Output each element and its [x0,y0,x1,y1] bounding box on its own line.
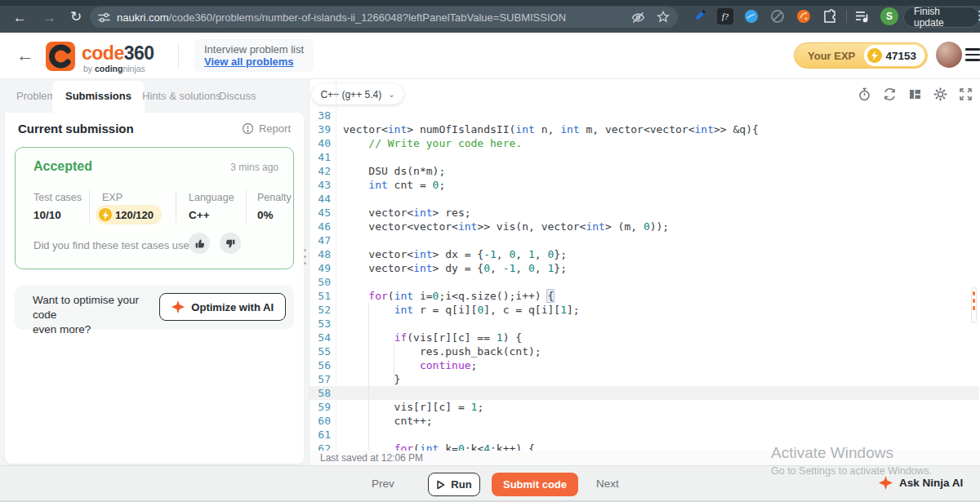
code-line[interactable]: 51 for(int i=0;i<q.size();i++) { [310,289,979,303]
play-icon [436,480,445,490]
indent-guide [368,303,369,455]
code-line[interactable]: 45 vector<int> res; [310,206,979,220]
code-line[interactable]: 41 [310,150,979,164]
problem-list-box: Interview problem list View all problems [194,39,314,72]
orange-extension-icon[interactable] [795,8,812,24]
tab-submissions[interactable]: Submissions [52,81,145,113]
blue-extension-icon[interactable] [743,8,760,24]
penalty-value: 0% [257,209,274,221]
tab-hints-solutions[interactable]: Hints & solutions [142,90,221,102]
test-cases-value: 10/10 [33,209,61,221]
tab-problem[interactable]: Problem [16,90,56,102]
browser-menu-icon[interactable]: ⋮ [973,8,980,23]
col-divider [176,190,176,223]
code-line[interactable]: 40 // Write your code here. [310,136,979,150]
thumbs-down-button[interactable] [220,233,241,254]
sparkle-icon [172,300,185,313]
problem-list-title: Interview problem list [204,43,304,56]
browser-forward-icon[interactable]: → [42,11,56,24]
code-line[interactable]: 53 [310,317,979,331]
ask-ninja-ai-button[interactable]: Ask Ninja AI [879,476,963,490]
codingninjas-logo-icon[interactable] [46,42,75,71]
optimize-text: Want to optimise your codeeven more? [33,293,163,337]
timer-icon[interactable] [858,87,871,101]
hamburger-menu-icon[interactable] [965,48,980,64]
browser-reload-icon[interactable]: ↻ [70,10,82,24]
eye-off-icon[interactable] [631,11,645,24]
code-line[interactable]: 56 continue; [310,358,979,372]
penalty-label: Penalty [257,192,292,203]
code-line[interactable]: 55 res.push_back(cnt); [310,344,979,358]
editor-toolbar-icons [858,87,973,101]
last-saved-strip: Last saved at 12:06 PM [310,451,980,465]
panel-resize-handle[interactable] [304,249,308,269]
site-header: ← code360 by codingninjas Interview prob… [0,33,980,79]
code-line[interactable]: 43 int cnt = 0; [310,178,979,192]
fullscreen-icon[interactable] [959,87,973,101]
code-line[interactable]: 57 } [310,372,979,386]
extensions-puzzle-icon[interactable] [822,8,838,24]
blocked-extension-icon[interactable] [769,8,786,24]
ai-panel-handle[interactable] [971,287,977,323]
logo-wordmark[interactable]: code360 [82,42,154,64]
col-divider [246,190,247,223]
finish-update-button[interactable]: Finish update [903,7,980,28]
browser-tab-strip [0,0,980,6]
lightning-icon [867,48,882,63]
code-line[interactable]: 46 vector<vector<int>> vis(n, vector<int… [310,220,979,233]
exp-pill[interactable]: Your EXP 47153 [794,42,928,69]
code-line[interactable]: 49 vector<int> dy = {0, -1, 0, 1}; [310,261,979,275]
test-cases-label: Test cases [33,192,82,203]
next-button[interactable]: Next [596,478,619,490]
code-line[interactable]: 60 cnt++; [310,414,979,428]
code-line[interactable]: 50 [310,275,979,289]
media-playlist-icon[interactable] [854,8,871,24]
header-divider [178,43,179,69]
exp-earned-badge: 120/120 [96,205,162,224]
reset-code-icon[interactable] [883,87,897,101]
layout-panel-icon[interactable] [908,87,922,101]
chevron-down-icon: ⌄ [388,90,394,99]
settings-gear-icon[interactable] [933,87,947,101]
code-line[interactable]: 44 [310,192,979,206]
footer-bar: Prev Run Submit code Next Ask Ninja AI [0,465,980,500]
code-line[interactable]: 39vector<int> numOfIslandsII(int n, int … [310,122,979,136]
report-button[interactable]: Report [242,122,291,135]
code-line[interactable]: 61 [310,428,979,442]
prev-button[interactable]: Prev [372,478,394,490]
code-line[interactable]: 38 [310,109,979,122]
function-extension-icon[interactable]: f? [717,8,733,24]
optimize-with-ai-button[interactable]: Optimize with AI [159,293,286,321]
language-value: C++ [189,209,210,221]
code-line[interactable]: 54 if(vis[r][c] == 1) { [310,331,979,344]
browser-back-icon[interactable]: ← [13,11,27,24]
logo-byline: by codingninjas [83,64,145,73]
run-button[interactable]: Run [428,473,480,496]
code-lines: 3839vector<int> numOfIslandsII(int n, in… [310,109,979,455]
bookmark-star-icon[interactable] [657,11,670,24]
report-info-icon [242,122,254,135]
thumbs-up-button[interactable] [189,233,210,254]
color-picker-extension-icon[interactable] [691,8,707,24]
view-all-problems-link[interactable]: View all problems [204,56,304,68]
page-back-icon[interactable]: ← [16,45,34,66]
code-line[interactable]: 47 [310,233,979,247]
user-avatar[interactable] [936,42,962,68]
tab-discuss[interactable]: Discuss [219,90,256,102]
browser-profile-avatar[interactable]: S [880,7,898,25]
code-line[interactable]: 58 [310,386,979,400]
code-editor[interactable]: 3839vector<int> numOfIslandsII(int n, in… [310,109,979,457]
code-line[interactable]: 42 DSU ds(n*m); [310,164,979,178]
code-line[interactable]: 48 vector<int> dx = {-1, 0, 1, 0}; [310,247,979,261]
url-text: naukri.com/code360/problems/number-of-is… [117,11,631,24]
submission-panel: Current submission Report Accepted 3 min… [5,113,304,464]
code-line[interactable]: 52 int r = q[i][0], c = q[i][1]; [310,303,979,317]
language-select[interactable]: C++ (g++ 5.4)⌄ [312,84,403,104]
language-label: Language [189,192,234,203]
code-line[interactable]: 59 vis[r][c] = 1; [310,400,979,414]
site-settings-icon[interactable] [98,11,110,24]
address-bar[interactable]: naukri.com/code360/problems/number-of-is… [90,7,678,28]
submission-status: Accepted [33,159,92,174]
exp-col-label: EXP [102,192,122,203]
submit-code-button[interactable]: Submit code [492,473,578,496]
